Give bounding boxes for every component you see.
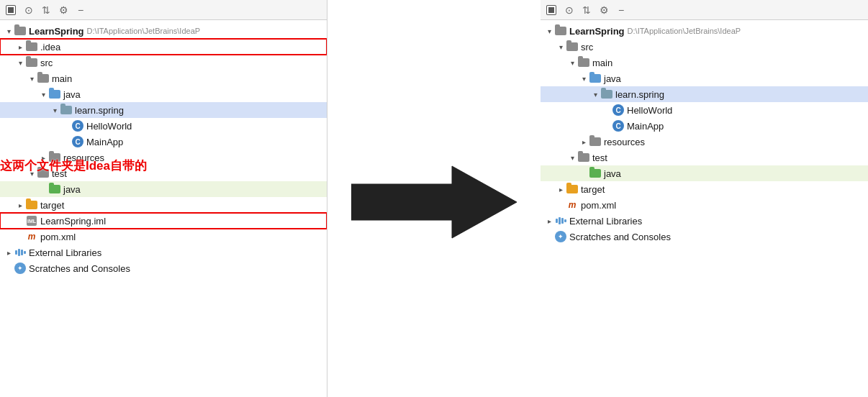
tree-label-learnspring-iml: LearnSpring.iml [40,216,106,227]
tree-item-r-test-java[interactable]: java [541,165,868,181]
tree-item-idea-folder[interactable]: .idea [0,39,327,55]
tree-item-r-helloworld[interactable]: CHelloWorld [541,102,868,118]
folder-gray-icon [555,25,566,37]
tree-item-helloworld[interactable]: CHelloWorld [0,118,327,134]
tree-arrow-main[interactable] [26,73,37,84]
tree-label-src: src [40,58,53,68]
tree-item-learnspring-root[interactable]: LearnSpring D:\ITApplication\JetBrains\I… [0,23,327,39]
tree-item-r-test[interactable]: test [541,150,868,165]
tree-label-helloworld: HelloWorld [86,121,132,132]
tree-item-r-pom-xml[interactable]: mpom.xml [541,197,868,213]
tree-label-r-java: java [604,73,621,84]
tree-arrow-r-target[interactable] [555,183,566,195]
tree-arrow-r-src[interactable] [555,41,566,53]
settings-icon-left[interactable]: ⚙ [58,4,69,16]
tree-item-r-scratches[interactable]: ✦Scratches and Consoles [541,229,868,245]
tree-arrow-r-ext-libs[interactable] [543,215,555,227]
xml-icon: m [26,231,37,242]
tree-arrow-r-test[interactable] [566,152,578,163]
folder-blue-icon [49,88,60,100]
tree-label-pom-xml: pom.xml [40,232,76,242]
settings-icon-right[interactable]: ⚙ [598,4,610,16]
class-icon: C [612,120,624,132]
folder-orange-icon [566,183,578,195]
tree-label-r-src: src [581,42,593,53]
collapse-icon-right[interactable]: ⇅ [581,4,592,16]
tree-item-r-src[interactable]: src [541,39,868,55]
folder-gray-icon [37,73,49,84]
tree-item-src[interactable]: src [0,55,327,70]
tree-item-main[interactable]: main [0,70,327,86]
tree-item-mainapp[interactable]: CMainApp [0,134,327,150]
ext-lib-icon [555,215,566,227]
tree-label-r-target: target [581,184,605,195]
tree-arrow-java[interactable] [37,88,49,100]
tree-arrow-r-resources[interactable] [578,136,589,147]
folder-gray-icon [578,57,589,68]
iml-icon: IML [26,215,37,227]
tree-label-scratches: Scratches and Consoles [29,263,130,274]
right-panel-header-icons: ⊙ ⇅ ⚙ − [564,4,627,16]
tree-path-learnspring-root: D:\ITApplication\JetBrains\IdeaP [87,27,201,35]
close-icon-left[interactable]: − [75,4,86,16]
class-icon: C [72,136,83,147]
tree-item-r-main[interactable]: main [541,55,868,70]
tree-item-pom-xml[interactable]: mpom.xml [0,229,327,245]
tree-arrow-src[interactable] [14,57,26,68]
folder-green-icon [49,183,60,195]
tree-label-learnspring-root: LearnSpring [29,26,84,37]
tree-arrow-ext-libs[interactable] [3,247,14,258]
folder-green-icon [589,168,601,179]
class-icon: C [612,104,624,116]
tree-item-java[interactable]: java [0,86,327,102]
tree-item-learnspring-iml[interactable]: IMLLearnSpring.iml [0,213,327,229]
folder-gray-icon [578,152,589,163]
tree-arrow-r-learn-spring[interactable] [589,88,601,100]
tree-item-r-learn-spring[interactable]: learn.spring [541,86,868,102]
tree-arrow-learn-spring[interactable] [49,104,60,116]
tree-arrow-learnspring-root[interactable] [3,25,14,37]
tree-arrow-target[interactable] [14,199,26,211]
scratch-icon: ✦ [555,231,566,242]
right-arrow-svg [351,163,517,242]
folder-gray-icon [589,136,601,147]
tree-item-scratches[interactable]: ✦Scratches and Consoles [0,260,327,276]
tree-label-r-scratches: Scratches and Consoles [569,232,671,242]
tree-label-main: main [52,73,72,84]
tree-arrow-r-learnspring-root[interactable] [543,25,555,37]
refresh-icon-right[interactable]: ⊙ [564,4,575,16]
tree-label-r-learnspring-root: LearnSpring [569,26,625,37]
tree-label-r-ext-libs: External Libraries [569,216,642,227]
tree-label-r-mainapp: MainApp [627,121,664,132]
arrow-area [327,0,541,397]
tree-arrow-r-java[interactable] [578,73,589,84]
tree-arrow-r-main[interactable] [566,57,578,68]
tree-label-ext-libs: External Libraries [29,247,101,258]
tree-item-r-ext-libs[interactable]: External Libraries [541,213,868,229]
project-icon-right [546,5,556,15]
tree-item-learn-spring[interactable]: learn.spring [0,102,327,118]
tree-label-r-test-java: java [604,168,621,179]
class-icon: C [72,120,83,132]
tree-item-r-java[interactable]: java [541,70,868,86]
folder-orange-icon [26,199,37,211]
tree-item-target[interactable]: target [0,197,327,213]
folder-blue-icon [589,73,601,84]
refresh-icon-left[interactable]: ⊙ [23,4,35,16]
tree-label-r-learn-spring: learn.spring [615,89,664,100]
tree-item-r-mainapp[interactable]: CMainApp [541,118,868,134]
tree-item-r-resources[interactable]: resources [541,134,868,150]
close-icon-right[interactable]: − [615,4,627,16]
tree-item-r-target[interactable]: target [541,181,868,197]
tree-item-ext-libs[interactable]: External Libraries [0,245,327,260]
collapse-icon-left[interactable]: ⇅ [40,4,52,16]
tree-label-r-main: main [592,58,612,68]
tree-label-r-pom-xml: pom.xml [581,200,616,211]
tree-item-test-java[interactable]: java [0,181,327,197]
right-tree-area: LearnSpring D:\ITApplication\JetBrains\I… [541,20,868,397]
folder-gray-icon [14,25,26,37]
tree-arrow-idea-folder[interactable] [14,41,26,53]
tree-item-r-learnspring-root[interactable]: LearnSpring D:\ITApplication\JetBrains\I… [541,23,868,39]
xml-icon: m [566,199,578,211]
folder-gray-icon [566,41,578,53]
